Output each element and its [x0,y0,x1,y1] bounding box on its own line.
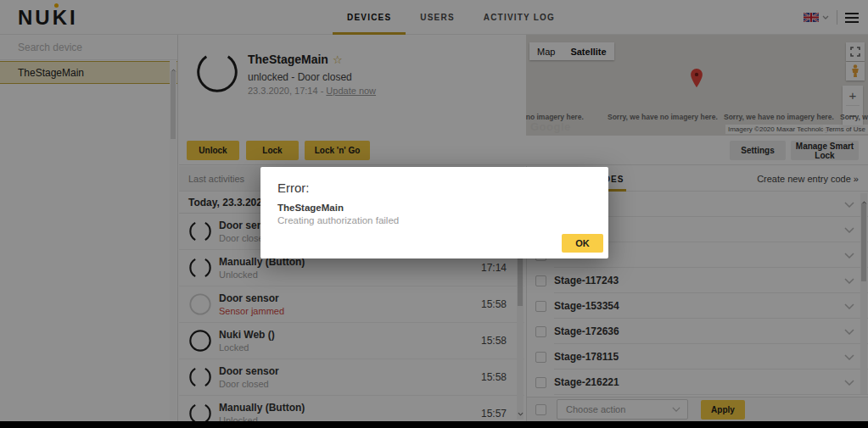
error-message: Creating authorization failed [277,215,399,225]
bottom-bar [0,421,868,428]
error-dialog: Error: TheStageMain Creating authorizati… [260,167,608,258]
error-device-name: TheStageMain [277,203,344,213]
error-dialog-title: Error: [277,181,310,195]
ok-button[interactable]: OK [562,234,603,253]
